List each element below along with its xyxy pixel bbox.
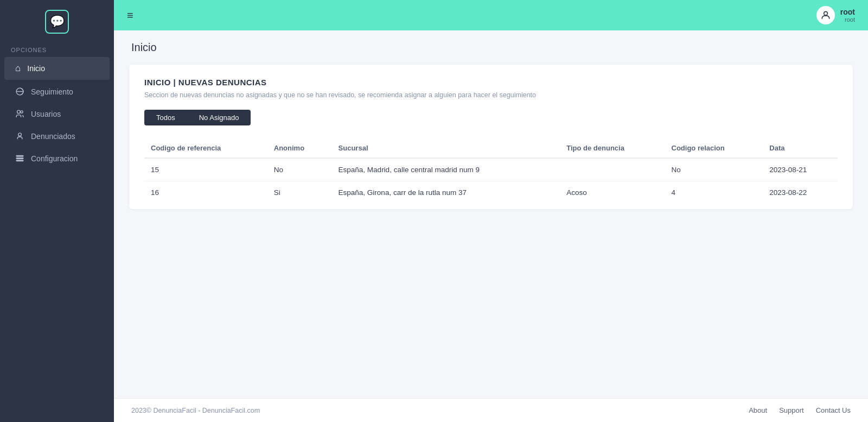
menu-toggle-icon[interactable]: ≡ (127, 9, 133, 22)
svg-point-7 (824, 11, 827, 15)
cell-2: España, Madrid, calle central madrid num… (332, 158, 560, 181)
page-header: Inicio (114, 30, 868, 59)
sidebar-item-label: Denunciados (31, 132, 75, 141)
card-title: INICIO | NUEVAS DENUNCIAS (144, 78, 838, 87)
denuncias-card: INICIO | NUEVAS DENUNCIAS Seccion de nue… (129, 65, 853, 209)
sidebar-section-label: OPCIONES (0, 39, 114, 56)
cell-3 (560, 158, 665, 181)
cell-0: 16 (144, 181, 267, 204)
filter-todos-button[interactable]: Todos (144, 110, 187, 125)
cell-4: 4 (665, 181, 763, 204)
role-label: root (845, 16, 855, 23)
sidebar-item-usuarios[interactable]: Usuarios (4, 103, 110, 124)
footer-links: About Support Contact Us (749, 406, 851, 414)
avatar (816, 6, 835, 24)
page-title: Inicio (131, 41, 851, 54)
sidebar-item-label: Usuarios (31, 110, 61, 118)
col-anonimo: Anonimo (267, 138, 332, 158)
svg-rect-4 (16, 156, 23, 156)
usuarios-icon (15, 109, 24, 118)
sidebar-item-label: Configuracion (31, 154, 78, 163)
cell-1: No (267, 158, 332, 181)
footer-contact-link[interactable]: Contact Us (816, 406, 851, 414)
filter-no-asignado-button[interactable]: No Asignado (187, 110, 251, 125)
col-codigo-referencia: Codigo de referencia (144, 138, 267, 158)
configuracion-icon (15, 154, 24, 163)
svg-rect-6 (16, 160, 23, 161)
cell-3: Acoso (560, 181, 665, 204)
sidebar-logo: 💬 (0, 0, 114, 39)
denuncias-table: Codigo de referencia Anonimo Sucursal Ti… (144, 138, 838, 204)
sidebar-item-inicio[interactable]: ⌂ Inicio (4, 57, 110, 80)
topbar: ≡ root root (114, 0, 868, 30)
page-content: Inicio INICIO | NUEVAS DENUNCIAS Seccion… (114, 30, 868, 422)
svg-point-2 (21, 111, 23, 113)
sidebar: 💬 OPCIONES ⌂ Inicio Seguimiento Usuarios… (0, 0, 114, 422)
denunciados-icon (15, 131, 24, 141)
filter-buttons: Todos No Asignado (144, 110, 838, 125)
topbar-username: root root (840, 8, 855, 23)
cell-1: Si (267, 181, 332, 204)
sidebar-item-label: Seguimiento (31, 87, 73, 96)
topbar-user: root root (816, 6, 855, 24)
svg-rect-5 (16, 158, 23, 159)
card-subtitle: Seccion de nuevas denuncias no asignadas… (144, 91, 838, 99)
col-data: Data (763, 138, 838, 158)
sidebar-item-denunciados[interactable]: Denunciados (4, 125, 110, 147)
svg-point-3 (18, 133, 22, 136)
table-row[interactable]: 16SiEspaña, Girona, carr de la rutla num… (144, 181, 838, 204)
cell-5: 2023-08-21 (763, 158, 838, 181)
svg-point-1 (17, 110, 21, 114)
seguimiento-icon (15, 87, 24, 96)
main-content: ≡ root root Inicio INICIO | NUEVAS DENUN… (114, 0, 868, 422)
username-label: root (840, 8, 855, 17)
sidebar-item-label: Inicio (27, 64, 45, 73)
home-icon: ⌂ (15, 63, 21, 74)
sidebar-item-configuracion[interactable]: Configuracion (4, 148, 110, 169)
footer-support-link[interactable]: Support (779, 406, 804, 414)
col-codigo-relacion: Codigo relacion (665, 138, 763, 158)
table-body: 15NoEspaña, Madrid, calle central madrid… (144, 158, 838, 204)
cell-2: España, Girona, carr de la rutla num 37 (332, 181, 560, 204)
table-row[interactable]: 15NoEspaña, Madrid, calle central madrid… (144, 158, 838, 181)
cell-4: No (665, 158, 763, 181)
logo-icon: 💬 (45, 10, 69, 34)
cell-0: 15 (144, 158, 267, 181)
cell-5: 2023-08-22 (763, 181, 838, 204)
table-header: Codigo de referencia Anonimo Sucursal Ti… (144, 138, 838, 158)
footer-copyright: 2023© DenunciaFacil - DenunciaFacil.com (131, 407, 260, 414)
col-tipo-denuncia: Tipo de denuncia (560, 138, 665, 158)
footer-about-link[interactable]: About (749, 406, 767, 414)
col-sucursal: Sucursal (332, 138, 560, 158)
footer: 2023© DenunciaFacil - DenunciaFacil.com … (114, 398, 868, 422)
sidebar-item-seguimiento[interactable]: Seguimiento (4, 81, 110, 102)
